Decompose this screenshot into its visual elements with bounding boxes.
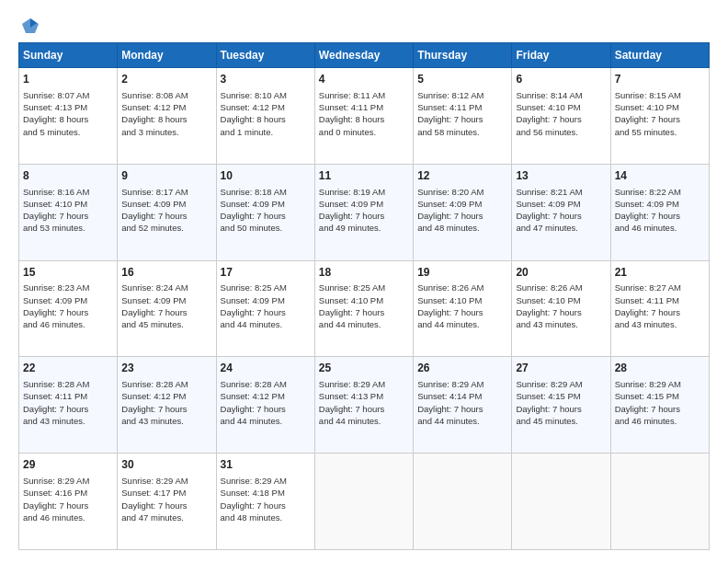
cell-text: Daylight: 8 hours bbox=[23, 113, 113, 125]
cell-text: Sunrise: 8:29 AM bbox=[615, 378, 705, 390]
cell-text: and 56 minutes. bbox=[516, 126, 606, 138]
cell-text: Sunset: 4:11 PM bbox=[615, 294, 705, 306]
cell-text: Sunrise: 8:22 AM bbox=[615, 186, 705, 198]
day-header-wednesday: Wednesday bbox=[314, 43, 413, 68]
calendar-cell: 13Sunrise: 8:21 AMSunset: 4:09 PMDayligh… bbox=[512, 164, 610, 260]
day-number: 30 bbox=[121, 457, 211, 473]
day-number: 16 bbox=[121, 265, 211, 281]
cell-text: and 46 minutes. bbox=[23, 318, 113, 330]
cell-text: and 44 minutes. bbox=[417, 415, 507, 427]
cell-text: Sunset: 4:18 PM bbox=[221, 487, 311, 499]
cell-text: Daylight: 8 hours bbox=[121, 113, 211, 125]
calendar-cell: 31Sunrise: 8:29 AMSunset: 4:18 PMDayligh… bbox=[216, 454, 314, 550]
cell-text: Sunrise: 8:25 AM bbox=[221, 282, 311, 293]
cell-text: and 46 minutes. bbox=[23, 511, 113, 523]
cell-text: and 43 minutes. bbox=[23, 415, 113, 427]
page: SundayMondayTuesdayWednesdayThursdayFrid… bbox=[0, 0, 728, 563]
cell-text: Sunset: 4:09 PM bbox=[23, 294, 113, 306]
cell-text: and 43 minutes. bbox=[516, 318, 606, 330]
calendar-cell: 5Sunrise: 8:12 AMSunset: 4:11 PMDaylight… bbox=[414, 68, 512, 165]
cell-text: Sunrise: 8:29 AM bbox=[319, 378, 409, 390]
cell-text: Sunset: 4:09 PM bbox=[615, 198, 705, 210]
cell-text: Daylight: 7 hours bbox=[417, 113, 507, 125]
calendar-cell: 17Sunrise: 8:25 AMSunset: 4:09 PMDayligh… bbox=[216, 260, 314, 357]
cell-text: Sunrise: 8:11 AM bbox=[319, 89, 409, 101]
day-header-friday: Friday bbox=[512, 43, 610, 68]
calendar-cell bbox=[314, 454, 413, 550]
cell-text: and 58 minutes. bbox=[417, 126, 507, 138]
calendar-cell bbox=[512, 454, 610, 550]
cell-text: Daylight: 8 hours bbox=[319, 113, 409, 125]
logo bbox=[18, 17, 40, 33]
cell-text: Daylight: 7 hours bbox=[615, 113, 705, 125]
calendar-cell: 7Sunrise: 8:15 AMSunset: 4:10 PMDaylight… bbox=[610, 68, 709, 165]
day-header-thursday: Thursday bbox=[414, 43, 512, 68]
cell-text: Sunset: 4:17 PM bbox=[121, 487, 211, 499]
cell-text: Sunrise: 8:24 AM bbox=[121, 282, 211, 293]
cell-text: and 45 minutes. bbox=[121, 318, 211, 330]
cell-text: Daylight: 8 hours bbox=[221, 113, 311, 125]
cell-text: and 0 minutes. bbox=[319, 126, 409, 138]
cell-text: Sunset: 4:15 PM bbox=[516, 390, 606, 402]
cell-text: Sunset: 4:09 PM bbox=[221, 294, 311, 306]
cell-text: Sunrise: 8:28 AM bbox=[121, 378, 211, 390]
calendar-cell bbox=[414, 454, 512, 550]
cell-text: Daylight: 7 hours bbox=[516, 113, 606, 125]
day-number: 15 bbox=[23, 265, 113, 281]
cell-text: Sunset: 4:12 PM bbox=[221, 101, 311, 113]
calendar-cell: 21Sunrise: 8:27 AMSunset: 4:11 PMDayligh… bbox=[610, 260, 709, 357]
cell-text: Sunrise: 8:21 AM bbox=[516, 186, 606, 198]
calendar-cell: 15Sunrise: 8:23 AMSunset: 4:09 PMDayligh… bbox=[19, 260, 118, 357]
calendar-cell: 14Sunrise: 8:22 AMSunset: 4:09 PMDayligh… bbox=[610, 164, 709, 260]
header bbox=[18, 17, 710, 33]
cell-text: Daylight: 7 hours bbox=[516, 210, 606, 222]
cell-text: Sunrise: 8:20 AM bbox=[417, 186, 507, 198]
cell-text: Sunrise: 8:29 AM bbox=[516, 378, 606, 390]
cell-text: Daylight: 7 hours bbox=[23, 210, 113, 222]
cell-text: Daylight: 7 hours bbox=[615, 210, 705, 222]
cell-text: Sunset: 4:10 PM bbox=[417, 294, 507, 306]
cell-text: Sunset: 4:11 PM bbox=[417, 101, 507, 113]
cell-text: Daylight: 7 hours bbox=[221, 306, 311, 318]
cell-text: and 43 minutes. bbox=[615, 318, 705, 330]
calendar-cell: 28Sunrise: 8:29 AMSunset: 4:15 PMDayligh… bbox=[610, 357, 709, 454]
cell-text: Daylight: 7 hours bbox=[516, 403, 606, 415]
cell-text: Daylight: 7 hours bbox=[615, 306, 705, 318]
calendar-cell bbox=[610, 454, 709, 550]
cell-text: and 44 minutes. bbox=[417, 318, 507, 330]
cell-text: and 43 minutes. bbox=[121, 415, 211, 427]
cell-text: Daylight: 7 hours bbox=[319, 306, 409, 318]
day-number: 11 bbox=[319, 168, 409, 184]
calendar-cell: 16Sunrise: 8:24 AMSunset: 4:09 PMDayligh… bbox=[118, 260, 216, 357]
day-number: 27 bbox=[516, 361, 606, 376]
cell-text: Sunset: 4:09 PM bbox=[417, 198, 507, 210]
calendar-cell: 2Sunrise: 8:08 AMSunset: 4:12 PMDaylight… bbox=[118, 68, 216, 165]
calendar-cell: 9Sunrise: 8:17 AMSunset: 4:09 PMDaylight… bbox=[118, 164, 216, 260]
cell-text: and 53 minutes. bbox=[23, 222, 113, 234]
cell-text: Daylight: 7 hours bbox=[221, 403, 311, 415]
cell-text: and 48 minutes. bbox=[417, 222, 507, 234]
day-number: 23 bbox=[121, 361, 211, 376]
cell-text: Sunset: 4:09 PM bbox=[121, 294, 211, 306]
cell-text: and 5 minutes. bbox=[23, 126, 113, 138]
calendar-cell: 1Sunrise: 8:07 AMSunset: 4:13 PMDaylight… bbox=[19, 68, 118, 165]
cell-text: Daylight: 7 hours bbox=[221, 500, 311, 511]
day-number: 8 bbox=[23, 168, 113, 184]
cell-text: and 55 minutes. bbox=[615, 126, 705, 138]
cell-text: Sunrise: 8:28 AM bbox=[221, 378, 311, 390]
cell-text: Sunset: 4:10 PM bbox=[319, 294, 409, 306]
cell-text: Sunrise: 8:29 AM bbox=[417, 378, 507, 390]
cell-text: Daylight: 7 hours bbox=[221, 210, 311, 222]
calendar-cell: 22Sunrise: 8:28 AMSunset: 4:11 PMDayligh… bbox=[19, 357, 118, 454]
cell-text: Sunset: 4:09 PM bbox=[319, 198, 409, 210]
calendar-cell: 27Sunrise: 8:29 AMSunset: 4:15 PMDayligh… bbox=[512, 357, 610, 454]
logo-flag-icon bbox=[20, 17, 40, 37]
week-row-5: 29Sunrise: 8:29 AMSunset: 4:16 PMDayligh… bbox=[19, 454, 710, 550]
cell-text: Sunrise: 8:23 AM bbox=[23, 282, 113, 293]
cell-text: Sunset: 4:12 PM bbox=[221, 390, 311, 402]
cell-text: Sunset: 4:14 PM bbox=[417, 390, 507, 402]
calendar-cell: 19Sunrise: 8:26 AMSunset: 4:10 PMDayligh… bbox=[414, 260, 512, 357]
day-number: 5 bbox=[417, 72, 507, 87]
cell-text: and 1 minute. bbox=[221, 126, 311, 138]
week-row-1: 1Sunrise: 8:07 AMSunset: 4:13 PMDaylight… bbox=[19, 68, 710, 165]
